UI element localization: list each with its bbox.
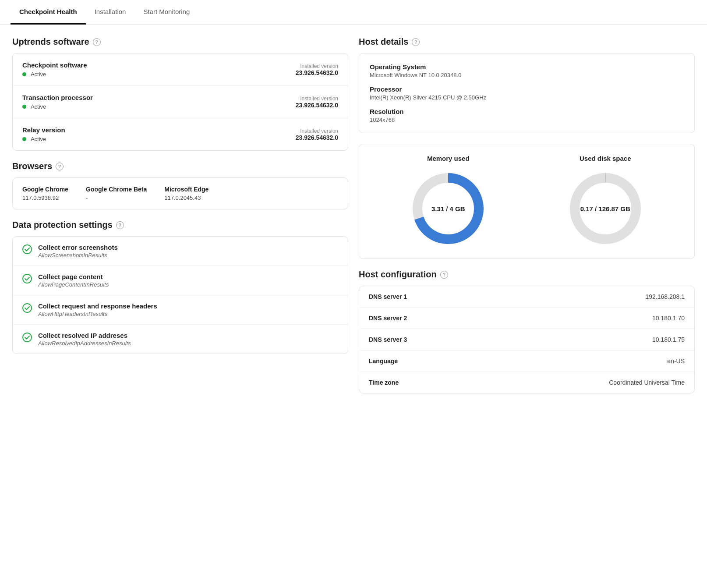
dp-item-text: Collect resolved IP addreses AllowResolv… <box>38 332 131 347</box>
dp-item-text: Collect page content AllowPageContentInR… <box>38 273 109 288</box>
status-dot <box>22 105 26 109</box>
host-detail-label: Processor <box>370 85 684 93</box>
dp-item-sub: AllowResolvedIpAddressesInResults <box>38 340 131 347</box>
software-item: Checkpoint software Active Installed ver… <box>13 53 348 86</box>
main-content: Uptrends software ? Checkpoint software … <box>0 25 707 406</box>
dp-item-sub: AllowScreenshotsInResults <box>38 252 118 259</box>
config-key: Time zone <box>369 379 399 386</box>
version-value: 23.926.54632.0 <box>296 134 338 141</box>
svg-point-2 <box>23 304 32 312</box>
config-key: DNS server 2 <box>369 315 407 322</box>
host-configuration-help-icon[interactable]: ? <box>440 271 448 279</box>
svg-point-3 <box>23 333 32 342</box>
tab-start-monitoring[interactable]: Start Monitoring <box>134 0 198 25</box>
host-details-heading: Host details <box>359 37 408 47</box>
host-detail-value: Intel(R) Xeon(R) Silver 4215 CPU @ 2.50G… <box>370 94 684 101</box>
host-detail-row: Operating System Microsoft Windows NT 10… <box>370 63 684 78</box>
check-icon <box>22 303 32 313</box>
host-detail-value: Microsoft Windows NT 10.0.20348.0 <box>370 72 684 78</box>
version-value: 23.926.54632.0 <box>296 102 338 109</box>
browsers-section: Browsers ? Google Chrome 117.0.5938.92 G… <box>12 161 348 209</box>
software-item-status: Active <box>22 103 93 110</box>
host-details-section: Host details ? Operating System Microsof… <box>359 37 695 133</box>
status-dot <box>22 137 26 141</box>
data-protection-title: Data protection settings ? <box>12 220 348 230</box>
left-column: Uptrends software ? Checkpoint software … <box>12 37 348 393</box>
version-label: Installed version <box>296 96 338 102</box>
browsers-card: Google Chrome 117.0.5938.92 Google Chrom… <box>12 177 348 209</box>
dp-item: Collect error screenshots AllowScreensho… <box>13 237 348 266</box>
browser-entry: Google Chrome Beta - <box>86 186 147 201</box>
config-row: DNS server 1 192.168.208.1 <box>359 286 694 308</box>
software-item-status: Active <box>22 135 65 142</box>
version-label: Installed version <box>296 128 338 134</box>
svg-point-1 <box>23 274 32 283</box>
browsers-row: Google Chrome 117.0.5938.92 Google Chrom… <box>13 178 348 209</box>
software-item-status: Active <box>22 71 87 78</box>
host-configuration-section: Host configuration ? DNS server 1 192.16… <box>359 269 695 393</box>
version-label: Installed version <box>296 63 338 69</box>
data-protection-section: Data protection settings ? Collect error… <box>12 220 348 354</box>
data-protection-help-icon[interactable]: ? <box>116 221 124 229</box>
host-detail-label: Resolution <box>370 108 684 115</box>
config-value: Coordinated Universal Time <box>609 379 685 386</box>
config-value: 10.180.1.70 <box>652 315 685 322</box>
config-row: DNS server 3 10.180.1.75 <box>359 329 694 351</box>
dp-item-title: Collect resolved IP addreses <box>38 332 131 339</box>
browser-name: Google Chrome <box>22 186 68 193</box>
tab-checkpoint-health[interactable]: Checkpoint Health <box>11 0 86 25</box>
status-label: Active <box>31 136 46 142</box>
software-item: Transaction processor Active Installed v… <box>13 86 348 118</box>
memory-donut-label: 3.31 / 4 GB <box>431 205 465 213</box>
charts-card: Memory used 3.31 / 4 GB Used disk space <box>359 144 695 259</box>
browser-entry: Google Chrome 117.0.5938.92 <box>22 186 68 201</box>
software-item-left: Checkpoint software Active <box>22 61 87 78</box>
host-configuration-card: DNS server 1 192.168.208.1 DNS server 2 … <box>359 286 695 393</box>
data-protection-card: Collect error screenshots AllowScreensho… <box>12 236 348 354</box>
status-label: Active <box>31 103 46 110</box>
config-row: Language en-US <box>359 351 694 372</box>
browser-version: 117.0.2045.43 <box>164 195 209 201</box>
config-row: Time zone Coordinated Universal Time <box>359 372 694 393</box>
config-key: DNS server 1 <box>369 293 407 300</box>
data-protection-heading: Data protection settings <box>12 220 113 230</box>
dp-item: Collect request and response headers All… <box>13 295 348 325</box>
config-key: DNS server 3 <box>369 336 407 343</box>
software-item-name: Transaction processor <box>22 94 93 101</box>
check-icon <box>22 333 32 342</box>
config-value: en-US <box>667 358 685 365</box>
software-item: Relay version Active Installed version 2… <box>13 118 348 150</box>
status-dot <box>22 72 26 76</box>
dp-item: Collect page content AllowPageContentInR… <box>13 266 348 295</box>
browsers-help-icon[interactable]: ? <box>56 163 64 170</box>
disk-donut-label: 0.17 / 126.87 GB <box>580 205 630 213</box>
dp-item-sub: AllowHttpHeadersInResults <box>38 311 157 317</box>
browser-version: - <box>86 195 147 201</box>
config-value: 10.180.1.75 <box>652 336 685 343</box>
disk-chart-wrapper: Used disk space 0.17 / 126.87 GB <box>566 155 645 248</box>
check-icon <box>22 244 32 254</box>
browsers-heading: Browsers <box>12 161 52 171</box>
software-item-right: Installed version 23.926.54632.0 <box>296 96 338 109</box>
host-detail-label: Operating System <box>370 63 684 71</box>
status-label: Active <box>31 71 46 78</box>
software-item-right: Installed version 23.926.54632.0 <box>296 63 338 76</box>
software-item-name: Checkpoint software <box>22 61 87 69</box>
browser-name: Microsoft Edge <box>164 186 209 193</box>
check-icon <box>22 274 32 283</box>
dp-item-text: Collect error screenshots AllowScreensho… <box>38 244 118 259</box>
uptrends-software-section: Uptrends software ? Checkpoint software … <box>12 37 348 151</box>
software-item-right: Installed version 23.926.54632.0 <box>296 128 338 141</box>
host-detail-row: Processor Intel(R) Xeon(R) Silver 4215 C… <box>370 85 684 101</box>
disk-chart-title: Used disk space <box>580 155 631 162</box>
svg-point-0 <box>23 245 32 254</box>
dp-item-text: Collect request and response headers All… <box>38 302 157 317</box>
uptrends-software-help-icon[interactable]: ? <box>93 38 101 46</box>
memory-donut: 3.31 / 4 GB <box>409 169 488 248</box>
version-value: 23.926.54632.0 <box>296 69 338 76</box>
dp-item-title: Collect request and response headers <box>38 302 157 310</box>
disk-donut: 0.17 / 126.87 GB <box>566 169 645 248</box>
host-details-help-icon[interactable]: ? <box>412 38 420 46</box>
browser-name: Google Chrome Beta <box>86 186 147 193</box>
tab-installation[interactable]: Installation <box>86 0 135 25</box>
